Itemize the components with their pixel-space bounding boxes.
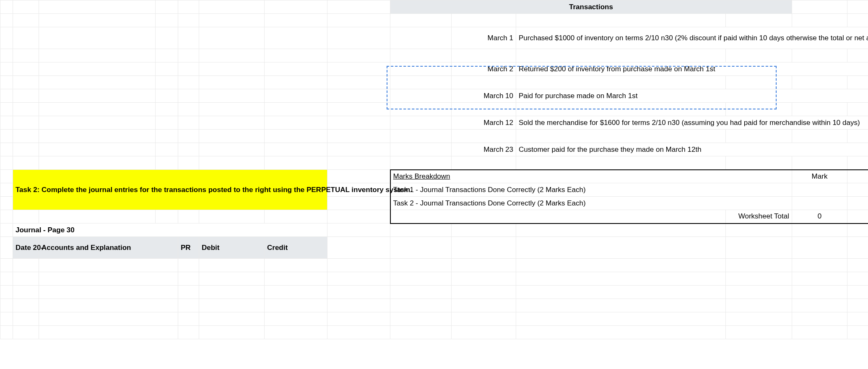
journal-cell[interactable] <box>199 299 265 312</box>
marks-row-label: Task 2 - Journal Transactions Done Corre… <box>390 197 792 210</box>
transactions-header: Transactions <box>390 0 792 14</box>
journal-cell[interactable] <box>199 312 265 326</box>
journal-col-debit: Debit <box>199 237 265 259</box>
spreadsheet-grid[interactable]: Transactions March 1 Purchased $1000 of … <box>0 0 868 339</box>
spreadsheet-viewport[interactable]: Transactions March 1 Purchased $1000 of … <box>0 0 868 369</box>
journal-title: Journal - Page 30 <box>13 223 327 237</box>
journal-cell[interactable] <box>265 286 327 299</box>
journal-col-credit: Credit <box>265 237 327 259</box>
transactions-header-text: Transactions <box>569 3 613 11</box>
transaction-text: Customer paid for the purchase they made… <box>516 143 868 156</box>
journal-cell[interactable] <box>39 312 178 326</box>
journal-cell[interactable] <box>199 259 265 272</box>
marks-row-outof: /10 <box>847 197 868 210</box>
journal-cell[interactable] <box>39 286 178 299</box>
journal-cell[interactable] <box>39 272 178 286</box>
marks-title: Marks Breakdown <box>390 170 792 183</box>
marks-row-mark[interactable] <box>792 197 847 210</box>
journal-col-pr: PR <box>178 237 199 259</box>
marks-total-outof: /20 <box>847 210 868 223</box>
journal-cell[interactable] <box>13 299 39 312</box>
journal-cell[interactable] <box>178 272 199 286</box>
transaction-text: Purchased $1000 of inventory on terms 2/… <box>516 27 868 49</box>
journal-cell[interactable] <box>265 272 327 286</box>
journal-cell[interactable] <box>199 272 265 286</box>
marks-row-outof: /10 <box>847 183 868 197</box>
journal-cell[interactable] <box>199 326 265 339</box>
journal-cell[interactable] <box>13 259 39 272</box>
journal-col-date: Date 20-- <box>13 237 39 259</box>
journal-cell[interactable] <box>178 299 199 312</box>
journal-cell[interactable] <box>13 312 39 326</box>
journal-cell[interactable] <box>178 259 199 272</box>
transaction-date: March 1 <box>452 27 516 49</box>
task2-instruction: Task 2: Complete the journal entries for… <box>13 170 327 210</box>
transaction-date: March 2 <box>452 62 516 76</box>
journal-cell[interactable] <box>265 299 327 312</box>
transaction-text: Returned $200 of inventory from purchase… <box>516 62 868 76</box>
journal-cell[interactable] <box>265 326 327 339</box>
journal-cell[interactable] <box>199 286 265 299</box>
marks-outof-header: out of <box>847 170 868 183</box>
marks-total-mark: 0 <box>792 210 847 223</box>
journal-cell[interactable] <box>178 286 199 299</box>
journal-cell[interactable] <box>39 259 178 272</box>
journal-cell[interactable] <box>178 312 199 326</box>
journal-cell[interactable] <box>265 259 327 272</box>
journal-cell[interactable] <box>13 286 39 299</box>
journal-cell[interactable] <box>265 312 327 326</box>
transaction-text: Sold the merchandise for $1600 for terms… <box>516 116 868 130</box>
transaction-date: March 10 <box>452 89 516 103</box>
transaction-text: Paid for purchase made on March 1st <box>516 89 868 103</box>
journal-col-accounts: Accounts and Explanation <box>39 237 178 259</box>
journal-cell[interactable] <box>39 326 178 339</box>
marks-mark-header: Mark <box>792 170 847 183</box>
journal-cell[interactable] <box>178 326 199 339</box>
transaction-date: March 12 <box>452 116 516 130</box>
marks-total-label: Worksheet Total <box>726 210 792 223</box>
task2-text: Task 2: Complete the journal entries for… <box>16 186 412 194</box>
journal-cell[interactable] <box>39 299 178 312</box>
journal-cell[interactable] <box>13 326 39 339</box>
marks-row-mark[interactable] <box>792 183 847 197</box>
journal-cell[interactable] <box>13 272 39 286</box>
transaction-date: March 23 <box>452 143 516 156</box>
marks-row-label: Task 1 - Journal Transactions Done Corre… <box>390 183 792 197</box>
